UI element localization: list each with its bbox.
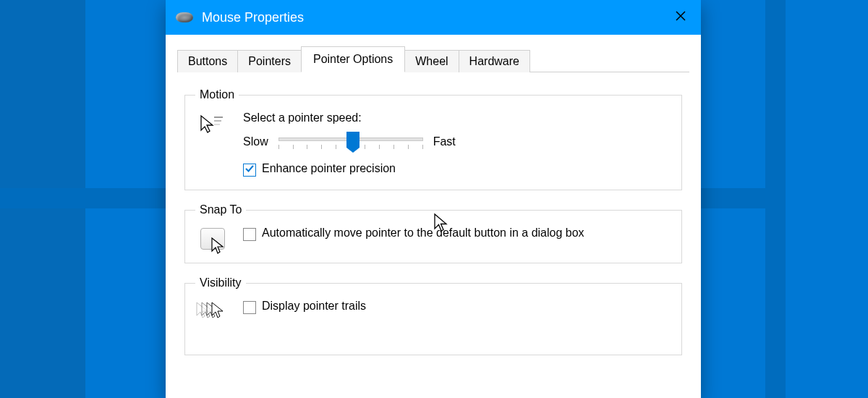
close-button[interactable] [660, 0, 701, 35]
close-icon [675, 10, 686, 25]
snap-to-label[interactable]: Automatically move pointer to the defaul… [262, 226, 584, 240]
tabstrip: Buttons Pointers Pointer Options Wheel H… [177, 46, 689, 72]
window-title: Mouse Properties [202, 10, 304, 25]
client-area: Buttons Pointers Pointer Options Wheel H… [166, 35, 701, 398]
slider-thumb[interactable] [346, 132, 359, 148]
tab-hardware[interactable]: Hardware [459, 50, 530, 72]
tab-pointers[interactable]: Pointers [237, 50, 302, 72]
pointer-trails-checkbox[interactable] [243, 301, 256, 314]
snap-to-checkbox[interactable] [243, 228, 256, 241]
mouse-properties-window: Mouse Properties Buttons Pointers Pointe… [166, 0, 701, 398]
slider-fast-label: Fast [433, 135, 456, 148]
tab-wheel[interactable]: Wheel [404, 50, 459, 72]
pointer-speed-slider[interactable] [278, 133, 423, 151]
group-motion-legend: Motion [195, 88, 239, 101]
group-snap-to-legend: Snap To [195, 203, 246, 216]
snap-to-cursor-icon [210, 237, 226, 258]
group-visibility-legend: Visibility [195, 276, 246, 289]
tab-buttons[interactable]: Buttons [177, 50, 238, 72]
enhance-precision-checkbox[interactable] [243, 164, 256, 177]
pointer-trails-icon [195, 301, 230, 326]
pointer-trails-label[interactable]: Display pointer trails [262, 300, 366, 313]
group-visibility: Visibility [184, 276, 682, 355]
mouse-icon [176, 12, 193, 22]
titlebar[interactable]: Mouse Properties [166, 0, 701, 35]
slider-slow-label: Slow [243, 135, 268, 148]
select-speed-label: Select a pointer speed: [243, 111, 671, 124]
group-motion: Motion Select a pointe [184, 88, 682, 190]
tab-pointer-options[interactable]: Pointer Options [301, 46, 405, 72]
tab-body-pointer-options: Motion Select a pointe [177, 72, 689, 355]
motion-cursor-icon [198, 113, 227, 137]
checkmark-icon [244, 164, 255, 177]
group-snap-to: Snap To [184, 203, 682, 263]
enhance-precision-label[interactable]: Enhance pointer precision [262, 162, 396, 175]
